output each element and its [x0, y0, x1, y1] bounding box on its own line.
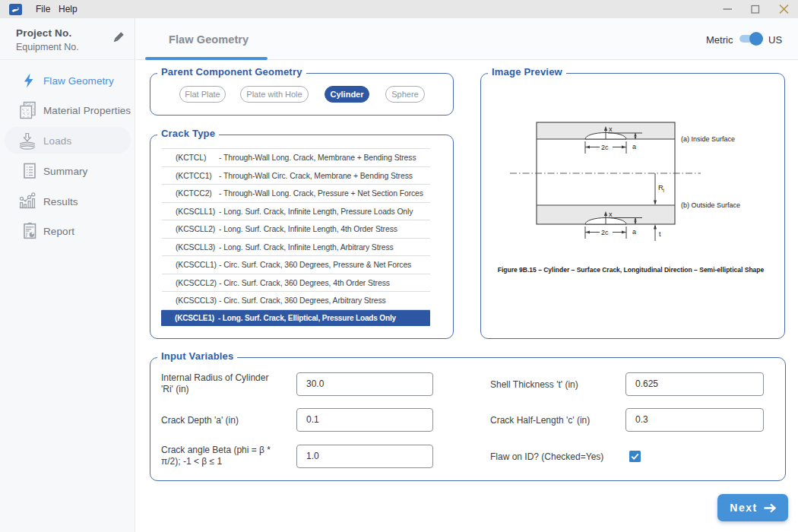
- svg-text:t: t: [659, 230, 661, 238]
- svg-text:Figure 9B.15 – Cylinder – Surf: Figure 9B.15 – Cylinder – Surface Crack,…: [498, 266, 765, 274]
- svg-text:2c: 2c: [601, 144, 609, 151]
- svg-text:a: a: [632, 143, 636, 150]
- svg-text:x: x: [609, 125, 613, 133]
- svg-text:(a) Inside Surface: (a) Inside Surface: [681, 135, 735, 143]
- svg-text:(b) Outside Surface: (b) Outside Surface: [681, 201, 740, 209]
- svg-text:x: x: [609, 211, 613, 218]
- svg-text:i: i: [663, 188, 664, 193]
- svg-text:a: a: [632, 228, 636, 236]
- svg-text:2c: 2c: [601, 229, 609, 236]
